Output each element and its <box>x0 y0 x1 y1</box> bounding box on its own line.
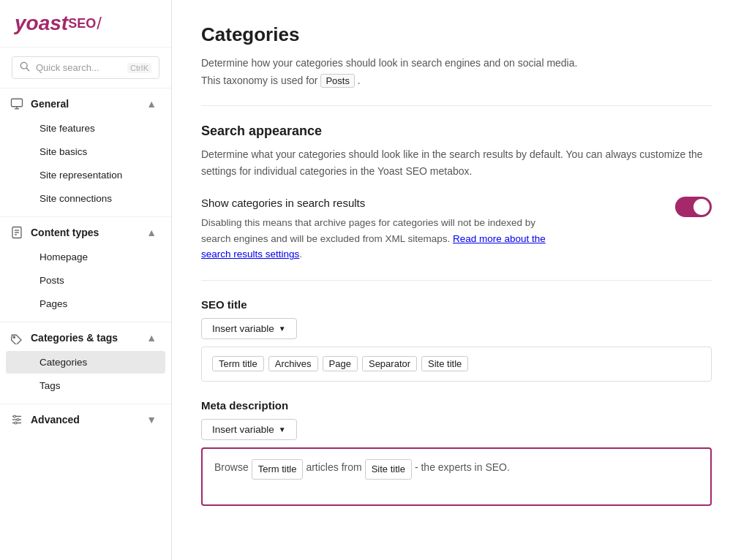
nav-section-general-items: Site features Site basics Site represent… <box>0 117 171 216</box>
svg-point-9 <box>13 336 15 338</box>
sidebar-item-site-representation[interactable]: Site representation <box>6 164 165 186</box>
insert-variable-seo-title-label: Insert variable <box>212 323 274 334</box>
seo-title-label: SEO title <box>201 298 712 311</box>
nav-section-header-left-cat: Categories & tags <box>10 331 118 344</box>
monitor-icon <box>10 97 23 110</box>
insert-variable-meta-description-button[interactable]: Insert variable ▼ <box>201 419 297 440</box>
token-site-title: Site title <box>421 356 468 371</box>
toggle-info: Show categories in search results Disabl… <box>201 197 661 262</box>
svg-point-13 <box>14 415 16 417</box>
document-icon <box>10 226 23 239</box>
taxonomy-note: This taxonomy is used for Posts . <box>201 74 712 88</box>
svg-rect-2 <box>12 99 23 107</box>
nav-section-advanced-header[interactable]: Advanced ▼ <box>0 404 171 432</box>
sidebar-item-site-features[interactable]: Site features <box>6 117 165 140</box>
token-page: Page <box>323 356 358 371</box>
nav-section-general-label: General <box>31 98 69 110</box>
chevron-up-icon: ▲ <box>146 98 157 110</box>
page-subtitle: Determine how your categories should loo… <box>201 55 712 71</box>
nav-section-categories-tags: Categories & tags ▲ Categories Tags <box>0 322 171 404</box>
logo: yoast SEO / <box>15 12 157 35</box>
nav-section-header-left-ct: Content types <box>10 226 99 239</box>
chevron-down-icon-adv: ▼ <box>146 414 157 425</box>
sidebar: yoast SEO / Quick search... CtrIK <box>0 0 172 560</box>
svg-point-15 <box>15 422 17 424</box>
meta-token-site-title: Site title <box>365 459 412 480</box>
main-content: Categories Determine how your categories… <box>172 0 741 560</box>
sidebar-item-pages[interactable]: Pages <box>6 292 165 315</box>
sidebar-item-categories[interactable]: Categories <box>6 351 165 374</box>
toggle-label: Show categories in search results <box>201 197 661 209</box>
nav-section-categories-tags-header[interactable]: Categories & tags ▲ <box>0 322 171 350</box>
search-placeholder: Quick search... <box>36 62 121 73</box>
nav-section-header-left: General <box>10 97 69 110</box>
sidebar-item-homepage[interactable]: Homepage <box>6 246 165 268</box>
nav-section-advanced-label: Advanced <box>31 414 80 425</box>
section-divider <box>201 105 712 106</box>
seo-title-token-field[interactable]: Term title Archives Page Separator Site … <box>201 347 712 382</box>
chevron-down-icon-seo: ▼ <box>279 325 286 333</box>
sidebar-item-tags[interactable]: Tags <box>6 374 165 397</box>
search-bar[interactable]: Quick search... CtrIK <box>12 56 159 79</box>
search-appearance-desc: Determine what your categories should lo… <box>201 146 712 179</box>
nav-section-content-types-label: Content types <box>31 227 99 238</box>
logo-area: yoast SEO / <box>0 0 171 48</box>
toggle-knob <box>693 199 710 215</box>
page-title: Categories <box>201 23 712 46</box>
chevron-up-icon-ct: ▲ <box>146 227 157 238</box>
nav-section-content-types-items: Homepage Posts Pages <box>0 246 171 322</box>
search-appearance-title: Search appearance <box>201 124 712 139</box>
token-term-title: Term title <box>212 356 264 371</box>
nav-section-categories-tags-label: Categories & tags <box>31 332 118 344</box>
nav-section-general: General ▲ Site features Site basics Site… <box>0 88 171 216</box>
sidebar-item-posts[interactable]: Posts <box>6 269 165 292</box>
nav-section-categories-tags-items: Categories Tags <box>0 351 171 404</box>
svg-point-14 <box>17 419 19 421</box>
logo-yoast: yoast <box>15 12 68 35</box>
nav-section-advanced: Advanced ▼ <box>0 404 171 432</box>
nav-section-content-types-header[interactable]: Content types ▲ <box>0 217 171 245</box>
tag-icon <box>10 331 23 344</box>
search-shortcut: CtrIK <box>127 63 151 73</box>
sidebar-item-site-basics[interactable]: Site basics <box>6 140 165 163</box>
meta-token-term-title: Term title <box>252 459 304 480</box>
sliders-icon <box>10 413 23 426</box>
taxonomy-badge: Posts <box>320 74 355 88</box>
chevron-down-icon-meta: ▼ <box>279 425 286 434</box>
nav-section-content-types: Content types ▲ Homepage Posts Pages <box>0 216 171 322</box>
sidebar-item-site-connections[interactable]: Site connections <box>6 187 165 210</box>
section-divider-2 <box>201 280 712 281</box>
token-archives: Archives <box>268 356 318 371</box>
insert-variable-seo-title-button[interactable]: Insert variable ▼ <box>201 318 297 339</box>
search-icon <box>20 61 30 74</box>
meta-description-label: Meta description <box>201 399 712 412</box>
nav-section-header-left-adv: Advanced <box>10 413 80 426</box>
nav-section-general-header[interactable]: General ▲ <box>0 88 171 116</box>
logo-slash: / <box>97 13 102 34</box>
meta-description-field[interactable]: Browse Term title articles from Site tit… <box>201 447 712 506</box>
meta-text-before: Browse <box>214 459 249 477</box>
toggle-row-show-categories: Show categories in search results Disabl… <box>201 197 712 262</box>
logo-seo: SEO <box>68 16 96 31</box>
toggle-desc: Disabling this means that archive pages … <box>201 215 552 262</box>
insert-variable-meta-description-label: Insert variable <box>212 424 274 435</box>
toggle-switch-show-categories[interactable] <box>675 197 712 217</box>
meta-text-after: - the experts in SEO. <box>415 459 510 477</box>
meta-text-middle: articles from <box>306 459 361 477</box>
svg-line-1 <box>26 68 29 71</box>
chevron-up-icon-cat: ▲ <box>146 332 157 344</box>
token-separator: Separator <box>362 356 417 371</box>
